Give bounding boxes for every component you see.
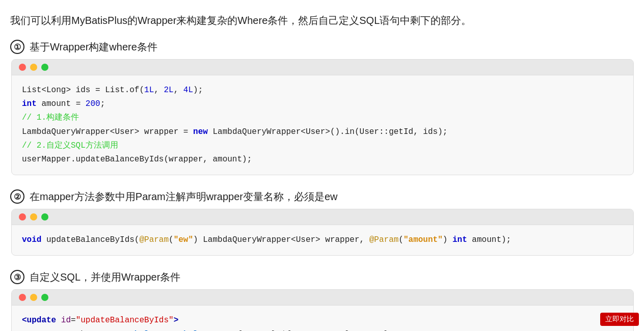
section-1-code-block: List<Long> ids = List.of(1L, 2L, 4L); in… bbox=[11, 59, 634, 175]
section-3: ③ 自定义SQL，并使用Wrapper条件 <update id="update… bbox=[10, 270, 634, 331]
section-2-code-content: void updateBalanceByIds(@Param("ew") Lam… bbox=[12, 225, 633, 255]
section-3-label: 自定义SQL，并使用Wrapper条件 bbox=[30, 270, 180, 284]
code-block-2-header bbox=[12, 209, 633, 225]
section-2-title: ② 在mapper方法参数中用Param注解声明wrapper变量名称，必须是e… bbox=[10, 189, 634, 204]
dot-green-1 bbox=[41, 64, 48, 71]
code-xml-open-tag: <update id="updateBalanceByIds"> bbox=[22, 316, 178, 325]
section-2-code-block: void updateBalanceByIds(@Param("ew") Lam… bbox=[11, 209, 634, 256]
intro-text: 我们可以利用MyBatisPlus的Wrapper来构建复杂的Where条件，然… bbox=[10, 12, 634, 29]
code-line-6: userMapper.updateBalanceByIds(wrapper, a… bbox=[22, 155, 252, 164]
dot-red-2 bbox=[19, 213, 26, 220]
code-line-3-comment: // 1.构建条件 bbox=[22, 113, 79, 122]
dot-red-3 bbox=[19, 294, 26, 301]
section-1-title: ① 基于Wrapper构建where条件 bbox=[10, 40, 634, 54]
dot-yellow-3 bbox=[30, 294, 37, 301]
code-line-1: List<Long> ids = List.of(1L, 2L, 4L); bbox=[22, 86, 203, 95]
dot-green-2 bbox=[41, 213, 48, 220]
section-2-number: ② bbox=[10, 189, 24, 204]
section-3-code-content: <update id="updateBalanceByIds"> UPDATE … bbox=[12, 306, 633, 331]
code-line-2: int amount = 200; bbox=[22, 99, 105, 108]
code-line-method: void updateBalanceByIds(@Param("ew") Lam… bbox=[22, 235, 511, 244]
section-2-label: 在mapper方法参数中用Param注解声明wrapper变量名称，必须是ew bbox=[30, 190, 338, 204]
section-2: ② 在mapper方法参数中用Param注解声明wrapper变量名称，必须是e… bbox=[10, 189, 634, 256]
code-line-5-comment: // 2.自定义SQL方法调用 bbox=[22, 141, 118, 150]
code-line-4: LambdaQueryWrapper<User> wrapper = new L… bbox=[22, 127, 447, 136]
section-1: ① 基于Wrapper构建where条件 List<Long> ids = Li… bbox=[10, 40, 634, 175]
dot-red-1 bbox=[19, 64, 26, 71]
bottom-corner-button[interactable]: 立即对比 bbox=[600, 313, 639, 326]
section-3-title: ③ 自定义SQL，并使用Wrapper条件 bbox=[10, 270, 634, 284]
dot-green-3 bbox=[41, 294, 48, 301]
dot-yellow-1 bbox=[30, 64, 37, 71]
section-1-code-content: List<Long> ids = List.of(1L, 2L, 4L); in… bbox=[12, 75, 633, 175]
section-3-number: ③ bbox=[10, 270, 24, 284]
code-block-1-header bbox=[12, 60, 633, 75]
section-1-number: ① bbox=[10, 40, 24, 54]
code-block-3-header bbox=[12, 290, 633, 306]
dot-yellow-2 bbox=[30, 213, 37, 220]
section-3-code-block: <update id="updateBalanceByIds"> UPDATE … bbox=[11, 289, 634, 331]
section-1-label: 基于Wrapper构建where条件 bbox=[30, 40, 157, 54]
